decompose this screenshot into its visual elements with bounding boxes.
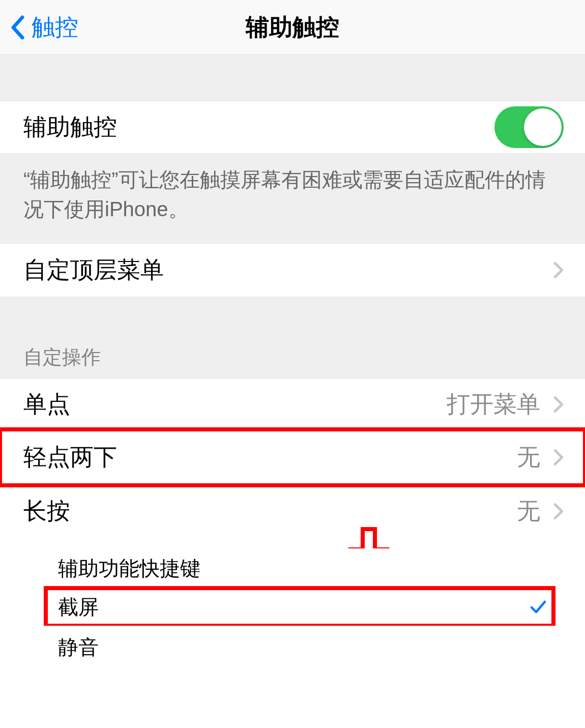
section-header-text: 自定操作 <box>23 344 101 370</box>
mute-row[interactable]: 静音 <box>0 626 585 665</box>
long-press-value: 无 <box>517 496 540 527</box>
accessibility-shortcut-row[interactable]: 辅助功能快捷键 <box>0 548 585 588</box>
double-tap-row[interactable]: 轻点两下 无 <box>0 429 585 485</box>
screenshot-row[interactable]: 截屏 <box>46 588 553 626</box>
mute-label: 静音 <box>58 633 549 661</box>
single-tap-value: 打开菜单 <box>447 389 540 420</box>
chevron-right-icon <box>553 396 564 413</box>
toggle-thumb <box>524 108 562 146</box>
chevron-right-icon <box>553 261 564 279</box>
back-button[interactable]: 触控 <box>0 12 78 43</box>
toggle-footer-text: “辅助触控”可让您在触摸屏幕有困难或需要自适应配件的情况下使用iPhone。 <box>0 154 585 243</box>
customize-top-menu-row[interactable]: 自定顶层菜单 <box>0 243 585 297</box>
single-tap-row[interactable]: 单点 打开菜单 <box>0 378 585 429</box>
double-tap-value: 无 <box>517 442 540 473</box>
double-tap-label: 轻点两下 <box>23 442 517 473</box>
submenu: 辅助功能快捷键 截屏 静音 <box>0 539 585 665</box>
custom-actions-section-header: 自定操作 <box>0 297 585 378</box>
single-tap-label: 单点 <box>23 389 447 420</box>
arrow-annotation <box>0 537 585 539</box>
chevron-right-icon <box>553 449 564 466</box>
accessibility-shortcut-label: 辅助功能快捷键 <box>58 555 549 583</box>
back-label: 触控 <box>32 12 78 43</box>
chevron-left-icon <box>10 15 24 40</box>
section-spacer <box>0 55 585 101</box>
long-press-row[interactable]: 长按 无 <box>0 485 585 537</box>
chevron-right-icon <box>553 503 564 520</box>
toggle-label: 辅助触控 <box>23 111 494 143</box>
navigation-bar: 触控 辅助触控 <box>0 0 585 55</box>
page-title: 辅助触控 <box>246 12 339 43</box>
long-press-label: 长按 <box>23 496 517 527</box>
customize-top-menu-label: 自定顶层菜单 <box>23 254 553 286</box>
screenshot-label: 截屏 <box>58 593 529 621</box>
checkmark-icon <box>529 598 547 616</box>
custom-actions-group: 单点 打开菜单 轻点两下 无 长按 无 <box>0 378 585 537</box>
toggle-switch[interactable] <box>494 106 564 148</box>
assistive-touch-toggle-row[interactable]: 辅助触控 <box>0 101 585 154</box>
